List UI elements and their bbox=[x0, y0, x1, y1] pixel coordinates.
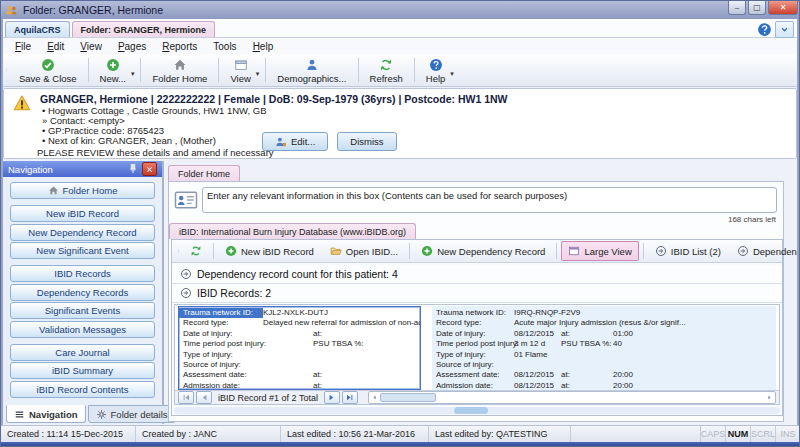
menu-pages[interactable]: Pages bbox=[110, 41, 154, 52]
menu-help[interactable]: Help bbox=[245, 41, 282, 52]
record-field-row: Source of injury: bbox=[432, 360, 776, 370]
menu-file[interactable]: File bbox=[7, 41, 39, 52]
panel-horizontal-scrollbar[interactable] bbox=[174, 407, 780, 414]
ibid-list-2-button[interactable]: IBID List (2) bbox=[648, 241, 728, 261]
field-value-2 bbox=[365, 381, 420, 390]
scrollbar-thumb[interactable] bbox=[380, 393, 436, 402]
tabstrip-right-buttons bbox=[757, 21, 794, 38]
sidebar-item-new-dependency-record[interactable]: New Dependency Record bbox=[10, 224, 155, 241]
panel-tab-navigation[interactable]: Navigation bbox=[6, 405, 86, 423]
pin-icon[interactable] bbox=[127, 163, 139, 175]
menu-edit[interactable]: Edit bbox=[39, 41, 72, 52]
sidebar-item-folder-home[interactable]: Folder Home bbox=[10, 182, 155, 199]
status-bar: Created : 11:14 15-Dec-2015Created by : … bbox=[1, 425, 800, 442]
field-label: Trauma network ID: bbox=[179, 308, 263, 318]
field-label-2: PSU TBSA %: bbox=[561, 339, 613, 349]
new-button[interactable]: New... bbox=[92, 56, 134, 85]
menu-view[interactable]: View bbox=[72, 41, 110, 52]
record-first-button[interactable] bbox=[178, 391, 194, 404]
sidebar-item-ibid-summary[interactable]: iBID Summary bbox=[10, 362, 155, 379]
scroll-right-icon[interactable] bbox=[765, 393, 774, 402]
expander-icon[interactable] bbox=[180, 287, 192, 299]
menu-reports[interactable]: Reports bbox=[154, 41, 205, 52]
sidebar-item-ibid-records[interactable]: IBID Records bbox=[10, 265, 155, 282]
help-button[interactable]: Help bbox=[418, 56, 454, 85]
main-toolbar: Save & CloseNew...▾Folder HomeView▾Demog… bbox=[1, 54, 800, 87]
sidebar-item-ibid-record-contents[interactable]: iBID Record Contents bbox=[10, 381, 155, 398]
record-prev-button[interactable] bbox=[196, 391, 212, 404]
dropdown-caret-icon[interactable]: ▾ bbox=[450, 70, 454, 78]
toolbar-button-label: Save & Close bbox=[19, 73, 77, 84]
folder-notes-input[interactable]: Enter any relevant information in this b… bbox=[202, 187, 777, 213]
tabstrip-chevron-button[interactable] bbox=[775, 21, 794, 38]
demographics-button[interactable]: Demographics... bbox=[269, 56, 354, 85]
dropdown-caret-icon[interactable]: ▾ bbox=[256, 70, 260, 78]
main-area: Folder Home Enter any relevant informati… bbox=[166, 161, 799, 424]
refresh-button[interactable] bbox=[183, 241, 209, 261]
menu-tools[interactable]: Tools bbox=[205, 41, 244, 52]
toolbar-separator bbox=[140, 58, 141, 82]
save-close-button[interactable]: Save & Close bbox=[11, 56, 85, 85]
ibid-record-card-1[interactable]: Trauma network ID:KJL2-NXLK-DUTJRecord t… bbox=[178, 306, 421, 390]
sidebar-item-significant-events[interactable]: Significant Events bbox=[10, 302, 155, 319]
refresh-button[interactable]: Refresh bbox=[362, 56, 411, 85]
ibid-record-card-2[interactable]: Trauma network ID:I9RQ-RNQP-F2V9Record t… bbox=[432, 306, 776, 390]
window-left-border bbox=[1, 19, 3, 425]
field-label: Source of injury: bbox=[432, 360, 514, 370]
dependency-list-4-button[interactable]: Dependency List (4) bbox=[730, 241, 800, 261]
panel-tab-label: Folder details bbox=[111, 409, 168, 420]
record-field-row: Date of injury:at: bbox=[179, 329, 420, 339]
record-last-button[interactable] bbox=[342, 391, 358, 404]
ibid-toolbar-label: New Dependency Record bbox=[437, 246, 545, 257]
ibid-toolbar-grip[interactable] bbox=[176, 244, 181, 259]
tab-folder-home[interactable]: Folder Home bbox=[168, 165, 240, 181]
records-horizontal-scrollbar[interactable] bbox=[368, 391, 776, 404]
scroll-left-icon[interactable] bbox=[370, 393, 379, 402]
field-value-2 bbox=[365, 339, 420, 349]
expander-icon[interactable] bbox=[180, 268, 192, 280]
record-field-row: Record type:Acute major Injury admission… bbox=[432, 318, 776, 328]
sidebar-item-new-significant-event[interactable]: New Significant Event bbox=[10, 242, 155, 259]
dismiss-button[interactable]: Dismiss bbox=[337, 132, 396, 151]
quick-help-icon[interactable] bbox=[757, 22, 772, 37]
panel-tab-folder-details[interactable]: Folder details bbox=[88, 405, 176, 423]
scrollbar-thumb[interactable] bbox=[454, 407, 488, 414]
folder-home-button[interactable]: Folder Home bbox=[144, 56, 215, 85]
circle-arrow-icon bbox=[655, 245, 667, 257]
window-controls: – ▢ ✕ bbox=[726, 1, 798, 15]
plus-circle-icon bbox=[106, 58, 120, 72]
field-value bbox=[263, 381, 313, 390]
minimize-button[interactable]: – bbox=[728, 1, 746, 15]
toolbar-grip[interactable] bbox=[4, 58, 9, 82]
dropdown-caret-icon[interactable]: ▾ bbox=[131, 70, 135, 78]
sidebar-item-validation-messages[interactable]: Validation Messages bbox=[10, 321, 155, 338]
field-value-2: 20:00 bbox=[613, 381, 776, 390]
app-tab-folder-granger-hermione[interactable]: Folder: GRANGER, Hermione bbox=[72, 21, 216, 37]
patient-banner: GRANGER, Hermione | 2222222222 | Female … bbox=[3, 88, 797, 159]
menu-bar: FileEditViewPagesReportsToolsHelp bbox=[1, 38, 800, 54]
close-button[interactable]: ✕ bbox=[768, 1, 798, 15]
view-button[interactable]: View bbox=[222, 56, 258, 85]
app-tab-aquilacrs[interactable]: AquilaCRS bbox=[5, 21, 70, 37]
sidebar-item-new-ibid-record[interactable]: New iBID Record bbox=[10, 205, 155, 222]
title-bar: Folder: GRANGER, Hermione – ▢ ✕ bbox=[1, 1, 800, 19]
new-dependency-record-button[interactable]: New Dependency Record bbox=[414, 241, 552, 261]
field-label: Source of injury: bbox=[179, 360, 263, 370]
sidebar-item-care-journal[interactable]: Care Journal bbox=[10, 344, 155, 361]
open-ibid-button[interactable]: Open IBID... bbox=[323, 241, 405, 261]
new-ibid-record-button[interactable]: New iBID Record bbox=[218, 241, 321, 261]
last-record-icon bbox=[345, 393, 354, 402]
sidebar-group: IBID RecordsDependency RecordsSignifican… bbox=[3, 265, 162, 338]
sidebar-item-dependency-records[interactable]: Dependency Records bbox=[10, 284, 155, 301]
panel-close-button[interactable] bbox=[142, 162, 157, 176]
large-view-button[interactable]: Large View bbox=[561, 241, 638, 261]
tab-ibid-database[interactable]: iBID: International Burn Injury Database… bbox=[169, 223, 416, 239]
maximize-button[interactable]: ▢ bbox=[748, 1, 766, 15]
record-next-button[interactable] bbox=[324, 391, 340, 404]
gear-icon bbox=[96, 409, 107, 420]
field-value: Delayed new referral for admission of no… bbox=[263, 318, 420, 328]
field-label-2: at: bbox=[561, 370, 613, 380]
field-label: Type of injury: bbox=[179, 350, 263, 360]
next-record-icon bbox=[327, 393, 336, 402]
ibid-panel: New iBID RecordOpen IBID...New Dependenc… bbox=[171, 239, 783, 416]
